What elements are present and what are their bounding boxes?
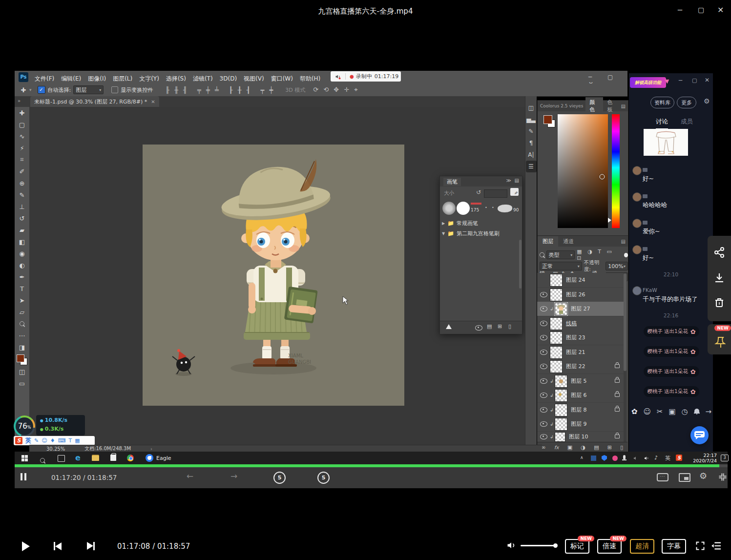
screen-mode-icon[interactable]: ▭ — [16, 377, 28, 389]
mark-button[interactable]: 标记NEW — [565, 539, 589, 554]
layer-row-selected[interactable]: ↲图层 27 — [537, 302, 624, 316]
avatar[interactable] — [632, 245, 642, 254]
subtitle-button[interactable]: 字幕 — [662, 539, 686, 554]
ime-grid-icon[interactable]: ▦ — [75, 437, 80, 444]
layer-visibility-icon[interactable] — [540, 321, 547, 326]
layer-search-icon[interactable] — [540, 252, 544, 257]
toolbar-ellipsis[interactable]: ⋯ — [16, 330, 28, 341]
distribute-icons[interactable]: ┠ ╂ ┨ — [229, 86, 252, 94]
rewind-5s-icon[interactable]: 5 — [273, 472, 286, 484]
3d-mode-icons[interactable]: ⟳ ⟲ ✥ ✛ ⌖ — [313, 86, 359, 94]
store-icon[interactable] — [110, 455, 116, 461]
history-clock-icon[interactable]: ◷ — [682, 407, 688, 416]
brush-size-input[interactable] — [484, 189, 507, 198]
next-segment-icon[interactable]: → — [230, 471, 237, 481]
layer-visibility-icon[interactable] — [540, 421, 547, 427]
layer-fx-icon[interactable]: fx — [554, 445, 559, 450]
taskbar-search-icon[interactable] — [40, 456, 45, 465]
menu-3d[interactable]: 3D(D) — [220, 75, 237, 82]
layer-row[interactable]: 图层 23 — [537, 331, 624, 345]
lasso-tool[interactable]: ∿ — [16, 130, 28, 142]
delete-layer-icon[interactable]: ▯ — [620, 444, 623, 451]
volume-icon[interactable] — [506, 540, 517, 550]
layer-visibility-icon[interactable] — [540, 335, 547, 340]
tray-speaker-icon[interactable] — [644, 456, 649, 461]
maximize-icon[interactable]: ▢ — [698, 6, 704, 14]
gradient-tool[interactable]: ◧ — [16, 236, 28, 248]
new-layer-icon[interactable]: ⊞ — [607, 444, 612, 451]
layer-visibility-icon[interactable] — [540, 407, 547, 413]
unlock-premium-banner[interactable]: 解锁高级功能 — [630, 77, 666, 88]
task-view-icon[interactable] — [58, 455, 65, 462]
menu-type[interactable]: 文字(Y) — [139, 75, 159, 83]
more-button[interactable]: 更多 — [677, 97, 696, 108]
opacity-dropdown[interactable]: 100%▾ — [606, 262, 628, 270]
chat-settings-gear-icon[interactable]: ⚙ — [704, 97, 710, 105]
prev-video-icon[interactable] — [54, 542, 55, 550]
layer-row[interactable]: ↲图层 9 — [537, 417, 624, 432]
chat-maximize-icon[interactable]: ▢ — [692, 77, 697, 83]
tray-ime-mode[interactable]: 英 — [665, 455, 670, 462]
layer-filter-toggle[interactable] — [624, 253, 628, 257]
layer-visibility-icon[interactable] — [540, 350, 547, 355]
share-icon[interactable] — [713, 247, 725, 258]
brush-angle-icon[interactable] — [446, 324, 452, 329]
type-tool[interactable]: T — [16, 283, 28, 294]
layer-row[interactable]: ↲图层 8 — [537, 403, 624, 417]
menu-layer[interactable]: 图层(L) — [113, 75, 132, 83]
hue-marker[interactable] — [608, 218, 611, 223]
speaker-icon[interactable] — [334, 74, 341, 80]
quick-select-tool[interactable]: ⚡ — [16, 142, 28, 154]
trash-icon[interactable] — [713, 296, 725, 308]
mini-player-icon[interactable] — [679, 473, 690, 482]
tool-preset-caret[interactable]: ▾ — [29, 87, 32, 92]
history-brush-tool[interactable]: ↺ — [16, 212, 28, 224]
layer-row[interactable]: 线稿 — [537, 316, 624, 331]
tab-layers[interactable]: 图层 — [538, 236, 558, 247]
chat-bubble-button[interactable] — [690, 426, 709, 444]
eagle-icon[interactable] — [146, 454, 153, 462]
pen-tool[interactable]: ✒ — [16, 271, 28, 283]
download-icon[interactable] — [713, 272, 725, 284]
auto-select-checkbox[interactable]: ✓ — [38, 86, 45, 94]
ime-toolbar[interactable]: S 英 ✎ ☺ ♦ ⌨ T ▦ — [14, 436, 95, 445]
tray-muted-speaker-icon[interactable] — [633, 456, 639, 461]
tray-audio-jack-icon[interactable]: ♪ — [654, 455, 658, 461]
fullscreen-icon[interactable] — [695, 541, 705, 551]
align-vert-icons[interactable]: ╤ ╪ ╧ — [197, 86, 220, 94]
layer-mask-icon[interactable]: ▣ — [567, 444, 572, 451]
library-button[interactable]: 资料库 — [650, 97, 674, 108]
avatar[interactable] — [632, 166, 642, 175]
layers-scrollbar-thumb[interactable] — [624, 273, 627, 371]
tab-color[interactable]: 颜色 — [585, 97, 603, 115]
layer-visibility-icon[interactable] — [540, 434, 547, 439]
blend-mode-dropdown[interactable]: 正常▾ — [540, 262, 582, 270]
eraser-tool[interactable]: ▰ — [16, 224, 28, 236]
blur-tool[interactable]: ◉ — [16, 248, 28, 259]
align-left-icons[interactable]: ╟ ╫ ╢ — [166, 86, 188, 94]
tab-members[interactable]: 成员 — [681, 118, 693, 126]
brush-folder-regular[interactable]: ▶📁 常规画笔 — [442, 218, 516, 228]
brush-list-scrollbar[interactable] — [519, 240, 522, 289]
status-zoom[interactable]: 30.25% — [46, 446, 65, 452]
ps-canvas[interactable]: XIAML GUANGBI — [143, 145, 404, 406]
brush-panel-header[interactable]: 画笔 ≫ ▤ — [440, 176, 522, 187]
tray-app-icon[interactable] — [591, 456, 596, 461]
layer-row[interactable]: 图层 22 — [537, 359, 624, 374]
minimize-icon[interactable]: ─ — [678, 6, 682, 15]
chat-close-icon[interactable]: ✕ — [705, 77, 710, 83]
menu-select[interactable]: 选择(S) — [166, 75, 186, 83]
status-arrow-icon[interactable]: › — [150, 446, 152, 452]
ime-pen-icon[interactable]: ✎ — [34, 437, 39, 444]
color-fg-swatch[interactable] — [543, 115, 552, 124]
layer-visibility-icon[interactable] — [540, 393, 547, 398]
menu-file[interactable]: 文件(F) — [35, 75, 54, 83]
paragraph-panel-icon[interactable]: ¶ — [526, 137, 537, 149]
chat-username[interactable]: FKaW — [643, 287, 657, 293]
tray-sogou-icon[interactable]: S — [676, 455, 682, 461]
ime-mic-icon[interactable]: ♦ — [50, 437, 55, 444]
ime-emoji-icon[interactable]: ☺ — [42, 437, 47, 444]
volume-slider[interactable] — [521, 545, 556, 546]
trash-icon[interactable]: ▯ — [508, 323, 511, 330]
cut-icon[interactable]: ✂ — [657, 407, 663, 416]
